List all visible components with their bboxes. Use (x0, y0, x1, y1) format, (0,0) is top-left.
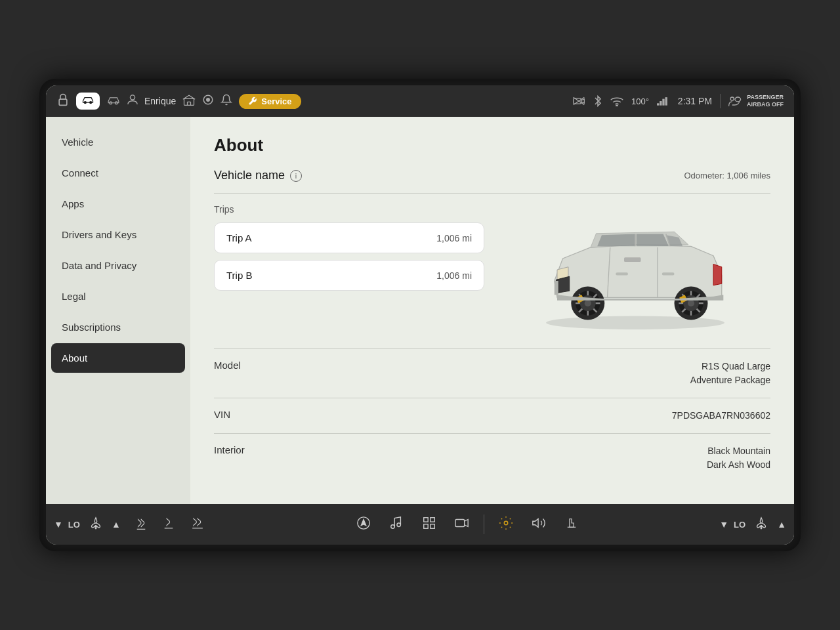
sidebar-item-data-and-privacy[interactable]: Data and Privacy (46, 251, 190, 280)
bottom-divider (484, 514, 484, 534)
interior-value: Black MountainDark Ash Wood (707, 444, 770, 472)
svg-rect-57 (430, 517, 434, 521)
navigation-icon[interactable] (352, 512, 375, 537)
svg-rect-17 (665, 97, 667, 106)
vehicle-name-left: Vehicle name i (214, 169, 302, 182)
bottom-center-controls (218, 512, 717, 537)
sidebar-item-drivers-and-keys[interactable]: Drivers and Keys (46, 220, 190, 249)
vin-value: 7PDSGABA7RN036602 (672, 409, 770, 423)
trip-b-miles: 1,006 mi (436, 270, 472, 281)
svg-point-13 (616, 105, 618, 106)
trip-b-card[interactable]: Trip B 1,006 mi (214, 260, 484, 291)
vehicle-active-icon[interactable] (76, 93, 100, 110)
svg-point-28 (585, 300, 591, 306)
svg-rect-58 (423, 524, 427, 528)
interior-label: Interior (214, 444, 280, 455)
svg-rect-50 (616, 272, 628, 275)
right-fan-icon[interactable] (751, 513, 772, 537)
status-bar: Enrique (46, 85, 794, 117)
trip-a-card[interactable]: Trip A 1,006 mi (214, 222, 484, 253)
svg-rect-16 (662, 99, 664, 106)
svg-rect-12 (574, 98, 581, 104)
vin-row: VIN 7PDSGABA7RN036602 (214, 398, 770, 433)
right-fan-controls: ▼ LO ▲ (719, 513, 786, 537)
trip-a-name: Trip A (226, 232, 252, 243)
svg-rect-60 (455, 519, 464, 526)
svg-point-19 (735, 97, 741, 102)
svg-point-2 (89, 101, 92, 104)
left-fan-up-button[interactable]: ▲ (112, 519, 121, 530)
signal-bars-icon (657, 96, 670, 106)
sidebar-item-legal[interactable]: Legal (46, 282, 190, 311)
svg-point-1 (84, 101, 87, 104)
sidebar-item-subscriptions[interactable]: Subscriptions (46, 312, 190, 342)
vehicle-name-info-icon[interactable]: i (290, 170, 302, 182)
wifi-icon (610, 96, 623, 106)
person-icon[interactable] (127, 94, 138, 109)
interior-row: Interior Black MountainDark Ash Wood (214, 433, 770, 482)
main-content: Vehicle Connect Apps Drivers and Keys Da… (46, 117, 794, 504)
svg-marker-62 (532, 518, 537, 527)
left-fan-level: LO (68, 520, 80, 530)
right-fan-up-button[interactable]: ▲ (777, 519, 786, 530)
car-icon[interactable] (106, 94, 121, 108)
model-value: R1S Quad LargeAdventure Package (690, 360, 770, 387)
trip-b-name: Trip B (226, 270, 252, 281)
right-seat-heat-icon[interactable] (560, 512, 583, 537)
sidebar-item-vehicle[interactable]: Vehicle (46, 127, 190, 157)
info-rows: Model R1S Quad LargeAdventure Package VI… (214, 348, 770, 482)
volume-icon[interactable] (528, 512, 550, 537)
status-bar-left: Enrique (56, 93, 567, 110)
sidebar-item-apps[interactable]: Apps (46, 189, 190, 219)
trips-section-label: Trips (214, 204, 484, 215)
apps-grid-icon[interactable] (418, 512, 440, 537)
svg-point-54 (390, 524, 394, 528)
right-fan-down-button[interactable]: ▼ (719, 519, 728, 530)
trip-a-miles: 1,006 mi (436, 233, 472, 243)
user-name: Enrique (144, 96, 176, 106)
bottom-bar: ▼ LO ▲ (46, 504, 794, 545)
clock-display: 2:31 PM (678, 96, 712, 106)
svg-rect-59 (430, 524, 434, 528)
model-row: Model R1S Quad LargeAdventure Package (214, 348, 770, 398)
svg-rect-15 (660, 101, 662, 106)
lock-icon[interactable] (56, 93, 70, 110)
music-icon[interactable] (385, 512, 408, 537)
svg-point-40 (688, 300, 694, 306)
seat-heat-controls (130, 512, 210, 537)
svg-marker-53 (361, 519, 366, 525)
left-fan-icon[interactable] (85, 513, 106, 537)
seat-cool-button[interactable] (185, 512, 210, 537)
circle-icon[interactable] (202, 94, 214, 109)
vehicle-image (500, 204, 770, 335)
garage-icon[interactable] (182, 94, 196, 109)
svg-point-11 (207, 98, 210, 101)
bell-icon[interactable] (220, 94, 232, 109)
service-button[interactable]: Service (239, 94, 301, 109)
vehicle-name-label: Vehicle name (214, 169, 285, 182)
seat-heat-2-button[interactable] (158, 512, 180, 537)
screen: Enrique (46, 85, 794, 545)
settings-icon[interactable] (495, 512, 517, 537)
seat-heat-1-button[interactable] (130, 512, 152, 537)
sidebar: Vehicle Connect Apps Drivers and Keys Da… (46, 117, 190, 504)
camera-status-icon (572, 96, 585, 106)
sidebar-item-about[interactable]: About (51, 343, 185, 373)
right-fan-level: LO (734, 520, 746, 530)
model-label: Model (214, 360, 280, 371)
vehicle-name-row: Vehicle name i Odometer: 1,006 miles (214, 169, 770, 194)
right-column (500, 204, 770, 335)
left-fan-controls: ▼ LO ▲ (54, 513, 121, 537)
camera-icon[interactable] (451, 512, 473, 537)
vin-label: VIN (214, 409, 280, 420)
status-bar-right: 100° 2:31 PM (572, 94, 784, 108)
left-column: Trips Trip A 1,006 mi Trip B 1,006 mi (214, 204, 484, 335)
bluetooth-icon (593, 95, 602, 107)
sidebar-item-connect[interactable]: Connect (46, 158, 190, 188)
svg-point-55 (396, 523, 400, 527)
screen-bezel: Enrique (39, 79, 801, 551)
left-fan-down-button[interactable]: ▼ (54, 519, 63, 530)
svg-point-5 (130, 94, 135, 99)
svg-rect-0 (59, 99, 67, 105)
odometer-display: Odometer: 1,006 miles (684, 171, 770, 180)
